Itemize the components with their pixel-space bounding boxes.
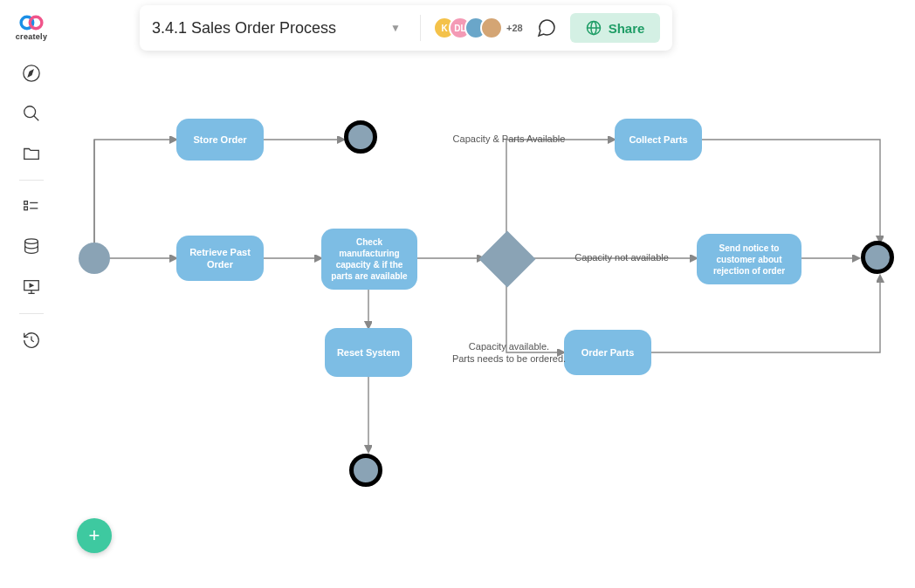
sidebar-divider — [19, 180, 44, 181]
svg-point-10 — [25, 239, 38, 244]
task-retrieve-past-order[interactable]: Retrieve Past Order — [176, 236, 264, 281]
globe-icon — [586, 20, 602, 36]
avatar-more-count[interactable]: +28 — [506, 23, 523, 33]
history-icon[interactable] — [14, 323, 49, 358]
svg-line-16 — [31, 340, 34, 342]
end-event-1[interactable] — [344, 120, 377, 154]
search-icon[interactable] — [14, 96, 49, 131]
document-title[interactable]: 3.4.1 Sales Order Process — [152, 19, 336, 38]
task-send-notice[interactable]: Send notice to customer about rejection … — [697, 234, 801, 284]
divider — [420, 15, 421, 41]
plus-icon: + — [89, 524, 100, 547]
svg-point-4 — [24, 106, 36, 118]
diagram-canvas[interactable]: 3.4.1 Sales Order Process ▼ K DL +28 Sha… — [63, 0, 915, 588]
start-event[interactable] — [79, 243, 110, 274]
left-sidebar: creately — [0, 0, 63, 588]
share-label: Share — [609, 21, 645, 36]
svg-marker-14 — [30, 284, 33, 287]
bpmn-diagram: Store Order Retrieve Past Order Check ma… — [63, 0, 915, 588]
svg-line-5 — [34, 116, 39, 121]
comment-icon[interactable] — [535, 17, 558, 39]
task-collect-parts[interactable]: Collect Parts — [615, 119, 702, 161]
topbar: 3.4.1 Sales Order Process ▼ K DL +28 Sha… — [140, 5, 672, 51]
svg-rect-8 — [24, 207, 28, 210]
database-icon[interactable] — [14, 229, 49, 264]
edge-label-cap-parts: Capacity & Parts Available — [435, 133, 583, 145]
task-reset-system[interactable]: Reset System — [325, 328, 412, 377]
end-event-final[interactable] — [861, 241, 894, 274]
collaborator-avatars[interactable]: K DL +28 — [433, 17, 523, 39]
task-check-capacity[interactable]: Check manufacturing capacity & if the pa… — [321, 229, 417, 290]
share-button[interactable]: Share — [570, 13, 661, 43]
brand-logo[interactable]: creately — [11, 7, 52, 47]
svg-rect-6 — [24, 202, 28, 205]
compass-icon[interactable] — [14, 56, 49, 91]
folder-icon[interactable] — [14, 136, 49, 171]
chevron-down-icon[interactable]: ▼ — [390, 22, 401, 34]
list-icon[interactable] — [14, 189, 49, 224]
avatar[interactable] — [480, 17, 503, 39]
edge-label-cap-not: Capacity not available — [561, 251, 683, 263]
end-event-2[interactable] — [349, 454, 382, 487]
add-fab[interactable]: + — [77, 518, 112, 553]
task-store-order[interactable]: Store Order — [176, 119, 264, 161]
presentation-icon[interactable] — [14, 270, 49, 304]
svg-marker-3 — [28, 70, 33, 76]
brand-name: creately — [16, 32, 47, 41]
sidebar-divider — [19, 313, 44, 314]
edge-label-cap-avail: Capacity available. Parts needs to be or… — [435, 340, 583, 366]
